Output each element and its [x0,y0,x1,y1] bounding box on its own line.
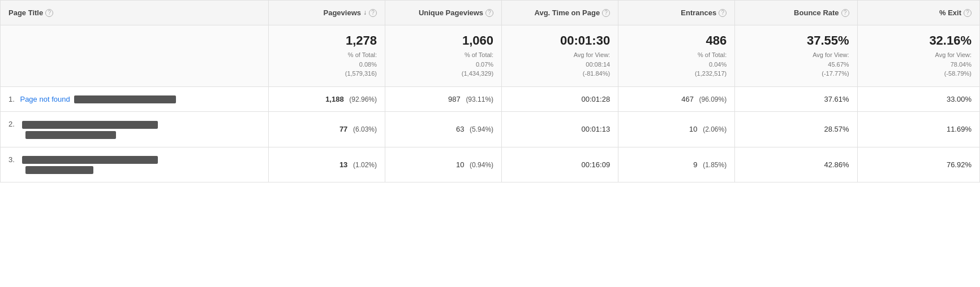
row3-avg-time: 00:16:09 [582,160,611,169]
row1-bounce-rate: 37.61% [824,95,849,103]
summary-unique-main: 1,060 [393,33,493,48]
summary-entrances-sub: % of Total:0.04%(1,232,517) [695,51,727,77]
summary-bounce-rate-sub: Avg for View:45.67%(-17.77%) [813,51,849,77]
row2-redacted-bar1 [22,121,158,129]
pageviews-label: Pageviews [324,8,362,17]
summary-avg-time-sub: Avg for View:00:08:14(-81.84%) [574,51,610,77]
page-title-label: Page Title [8,8,43,17]
row1-unique-pct: (93.11%) [466,95,493,103]
col-header-avg-time: Avg. Time on Page ? [502,1,618,25]
row2-bounce-rate-cell: 28.57% [735,112,857,147]
summary-row: 1,278 % of Total:0.08%(1,579,316) 1,060 … [1,25,980,87]
row2-entrances-pct: (2.06%) [703,125,727,133]
row3-page-title-cell: 3. [1,147,269,182]
row3-num: 3. [8,155,15,164]
row2-unique-pct: (5.94%) [470,125,493,133]
summary-pageviews-main: 1,278 [277,33,377,48]
summary-pageviews-sub: % of Total:0.08%(1,579,316) [345,51,377,77]
row3-pageviews-cell: 13 (1.02%) [268,147,385,182]
row3-exit: 76.92% [947,160,972,169]
summary-avg-time-cell: 00:01:30 Avg for View:00:08:14(-81.84%) [502,25,618,87]
unique-pageviews-label: Unique Pageviews [419,8,483,17]
row3-entrances-main: 9 [693,160,697,169]
row2-pageviews-cell: 77 (6.03%) [268,112,385,147]
col-header-bounce-rate: Bounce Rate ? [735,1,857,25]
col-header-unique-pageviews: Unique Pageviews ? [385,1,502,25]
summary-unique-sub: % of Total:0.07%(1,434,329) [462,51,493,77]
row1-page-title-cell: 1. Page not found [1,86,269,112]
row1-exit-cell: 33.00% [857,86,979,112]
row1-redacted-bar [74,95,176,103]
summary-exit-main: 32.16% [866,33,972,48]
row3-bounce-rate-cell: 42.86% [735,147,857,182]
row2-entrances-cell: 10 (2.06%) [618,112,735,147]
row2-unique-cell: 63 (5.94%) [385,112,502,147]
summary-exit-cell: 32.16% Avg for View:78.04%(-58.79%) [857,25,979,87]
col-header-page-title: Page Title ? [1,1,269,25]
bounce-rate-help-icon[interactable]: ? [841,9,849,17]
row3-avg-time-cell: 00:16:09 [502,147,618,182]
row1-pageviews-main: 1,188 [325,95,344,103]
row3-entrances-cell: 9 (1.85%) [618,147,735,182]
summary-bounce-rate-main: 37.55% [743,33,849,48]
table-header: Page Title ? Pageviews ↓ ? Unique Pagevi… [1,1,980,25]
row3-entrances-pct: (1.85%) [703,161,727,169]
col-header-pageviews: Pageviews ↓ ? [268,1,385,25]
page-title-help-icon[interactable]: ? [45,9,53,17]
row1-pageviews-cell: 1,188 (92.96%) [268,86,385,112]
entrances-help-icon[interactable]: ? [719,9,727,17]
row2-avg-time: 00:01:13 [582,125,611,133]
row2-unique-main: 63 [456,125,464,133]
col-header-exit: % Exit ? [857,1,979,25]
row2-pageviews-main: 77 [339,125,347,133]
entrances-label: Entrances [681,8,716,17]
sort-down-icon[interactable]: ↓ [363,8,367,16]
row3-unique-main: 10 [456,160,464,169]
summary-exit-sub: Avg for View:78.04%(-58.79%) [935,51,972,77]
row1-num: 1. [8,95,15,103]
row1-exit: 33.00% [947,95,972,103]
row2-avg-time-cell: 00:01:13 [502,112,618,147]
pageviews-help-icon[interactable]: ? [369,9,377,17]
bounce-rate-label: Bounce Rate [794,8,839,17]
summary-bounce-rate-cell: 37.55% Avg for View:45.67%(-17.77%) [735,25,857,87]
row3-unique-pct: (0.94%) [470,161,493,169]
row1-entrances-cell: 467 (96.09%) [618,86,735,112]
exit-help-icon[interactable]: ? [964,9,972,17]
row2-num: 2. [8,120,15,128]
row2-bounce-rate: 28.57% [824,125,849,133]
row1-unique-cell: 987 (93.11%) [385,86,502,112]
row3-exit-cell: 76.92% [857,147,979,182]
avg-time-label: Avg. Time on Page [535,8,600,17]
row3-bounce-rate: 42.86% [824,160,849,169]
row2-redacted-bar2 [25,131,116,139]
summary-unique-cell: 1,060 % of Total:0.07%(1,434,329) [385,25,502,87]
row1-avg-time-cell: 00:01:28 [502,86,618,112]
summary-avg-time-main: 00:01:30 [510,33,610,48]
row2-entrances-main: 10 [689,125,697,133]
avg-time-help-icon[interactable]: ? [602,9,610,17]
row1-unique-main: 987 [448,95,461,103]
row3-pageviews-pct: (1.02%) [353,161,377,169]
table-row: 1. Page not found 1,188 (92.96%) 987 (93… [1,86,980,112]
col-header-entrances: Entrances ? [618,1,735,25]
row1-bounce-rate-cell: 37.61% [735,86,857,112]
unique-pageviews-help-icon[interactable]: ? [485,9,493,17]
row2-exit: 11.69% [947,125,972,133]
row1-pageviews-pct: (92.96%) [349,95,377,103]
row1-page-link[interactable]: Page not found [20,95,70,103]
row1-entrances-main: 467 [681,95,694,103]
summary-entrances-cell: 486 % of Total:0.04%(1,232,517) [618,25,735,87]
row3-redacted-bar1 [22,156,158,164]
table-row: 2. 77 (6.03%) 63 (5.94%) 00:01:13 10 (2.… [1,112,980,147]
row2-page-title-cell: 2. [1,112,269,147]
summary-page-title-cell [1,25,269,87]
row2-pageviews-pct: (6.03%) [353,125,377,133]
row3-redacted-bar2 [25,166,93,174]
summary-pageviews-cell: 1,278 % of Total:0.08%(1,579,316) [268,25,385,87]
table-row: 3. 13 (1.02%) 10 (0.94%) 00:16:09 9 (1.8… [1,147,980,182]
row2-exit-cell: 11.69% [857,112,979,147]
row3-pageviews-main: 13 [339,160,347,169]
row3-unique-cell: 10 (0.94%) [385,147,502,182]
row1-entrances-pct: (96.09%) [699,95,727,103]
